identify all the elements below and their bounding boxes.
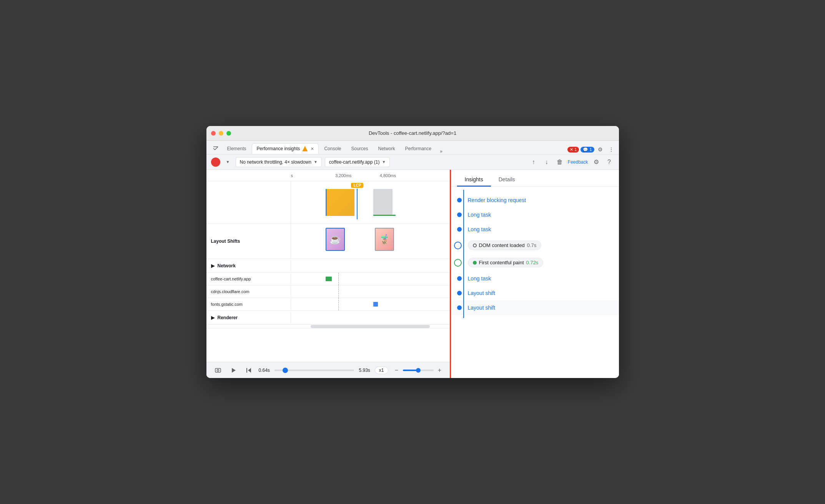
tab-performance-insights[interactable]: Performance insights × [252,143,319,154]
network-throttle-dropdown[interactable]: No network throttling, 4× slowdown ▼ [236,157,322,167]
minimize-button[interactable] [219,131,223,136]
insight-render-blocking[interactable]: Render blocking request [451,193,619,207]
tab-close-icon[interactable]: × [311,146,314,152]
network-label: ▶ Network [206,260,291,272]
zoom-out-icon[interactable]: − [393,366,401,374]
nav-icon[interactable] [210,143,222,154]
url-dropdown[interactable]: coffee-cart.netlify.app (1) ▼ [325,157,390,167]
scrubber-track[interactable] [274,370,354,371]
devtools-window: DevTools - coffee-cart.netlify.app/?ad=1… [206,126,619,378]
settings-icon[interactable]: ⚙ [591,157,601,167]
tab-elements[interactable]: Elements [223,143,251,154]
insight-layout-shift-2[interactable]: Layout shift [451,300,619,315]
layout-shift-link-1[interactable]: Layout shift [468,290,496,296]
end-time: 5.93s [359,368,370,373]
dropdown-arrow-icon[interactable]: ▼ [223,158,233,167]
insight-dom-content[interactable]: DOM content loaded 0.7s [451,237,619,254]
tab-performance[interactable]: Performance [401,143,436,154]
insight-long-task-1[interactable]: Long task [451,207,619,222]
net-bar-gstatic [373,302,378,307]
tab-console[interactable]: Console [319,143,346,154]
dom-loaded-badge: DOM content loaded 0.7s [468,240,542,250]
dom-time: 0.7s [527,242,537,248]
close-button[interactable] [211,131,216,136]
zoom-slider-thumb[interactable] [416,368,421,373]
upload-icon[interactable]: ↑ [529,157,539,167]
insight-fcp[interactable]: First contentful paint 0.72s [451,254,619,271]
message-badge: 💬1 [580,147,594,153]
window-controls [211,131,231,136]
tab-sources[interactable]: Sources [346,143,373,154]
lcp-gray-rect [373,189,393,216]
render-blocking-link[interactable]: Render blocking request [468,197,526,203]
svg-marker-2 [232,368,236,373]
toolbar: ▼ No network throttling, 4× slowdown ▼ c… [206,154,619,170]
insight-layout-shift-1[interactable]: Layout shift [451,286,619,300]
layout-shift-link-2[interactable]: Layout shift [468,305,496,311]
renderer-expand-icon[interactable]: ▶ [211,315,215,320]
timeline-vertical-line [463,190,464,318]
network-item-label-gstatic: fonts.gstatic.com [206,299,291,310]
insight-dot-4 [457,276,462,281]
window-title: DevTools - coffee-cart.netlify.app/?ad=1 [369,130,456,136]
panel-tabs: Insights Details [451,170,619,187]
dashed-line-3 [338,298,339,310]
insight-dot-fcp [454,259,462,267]
skip-back-icon[interactable] [243,365,254,376]
scrubber-thumb[interactable] [283,368,288,373]
layout-shift-thumb-2[interactable]: 🧋 [375,228,394,251]
insight-long-task-3[interactable]: Long task [451,271,619,286]
network-item-label-cloudflare: cdnjs.cloudflare.com [206,286,291,297]
insight-dot-3 [457,227,462,232]
horizontal-scrollbar[interactable] [311,325,430,328]
timeline-header: s 3,200ms 4,800ms [206,170,450,181]
tab-network[interactable]: Network [374,143,400,154]
layout-shifts-row: Layout Shifts ☕ 🧋 [206,224,450,259]
network-item-content-coffee [291,273,450,285]
more-options-icon[interactable]: ⋮ [607,145,616,154]
insight-long-task-2[interactable]: Long task [451,222,619,237]
dropdown-chevron-icon: ▼ [314,160,318,164]
error-badge: ✕1 [567,147,579,153]
dashed-line-2 [338,285,339,298]
tab-details[interactable]: Details [491,173,523,187]
zoom-in-icon[interactable]: + [436,366,444,374]
speed-control[interactable]: x1 [375,366,388,374]
feedback-link[interactable]: Feedback [568,159,588,165]
tab-insights[interactable]: Insights [457,173,491,187]
long-task-link-2[interactable]: Long task [468,226,491,232]
delete-icon[interactable]: 🗑 [555,157,565,167]
fcp-badge: First contentful paint 0.72s [468,258,544,267]
screenshot-icon[interactable] [213,365,223,376]
download-icon[interactable]: ↓ [542,157,552,167]
zoom-slider[interactable] [403,370,434,371]
main-content: s 3,200ms 4,800ms [206,170,619,378]
time-marker-3200: 3,200ms [335,173,351,178]
dom-circle-icon [473,244,477,247]
insight-content-6: Layout shift [468,304,613,311]
insight-content-dom: DOM content loaded 0.7s [468,240,613,250]
network-item-coffee: coffee-cart.netlify.app [206,273,450,285]
help-icon[interactable]: ? [604,157,614,167]
more-tabs-button[interactable]: » [437,149,446,154]
play-icon[interactable] [228,365,239,376]
insight-content-3: Long task [468,226,613,233]
insights-list: Render blocking request Long task [451,190,619,318]
layout-shift-thumb-1[interactable]: ☕ [326,228,345,251]
maximize-button[interactable] [226,131,231,136]
network-expand-icon[interactable]: ▶ [211,263,215,269]
bottom-bar: 0.64s 5.93s x1 − + [206,362,450,378]
time-marker-s: s [291,173,293,178]
url-dropdown-chevron-icon: ▼ [382,160,386,164]
long-task-link-1[interactable]: Long task [468,212,491,218]
renderer-label: ▶ Renderer [206,312,291,323]
lcp-row-label [206,181,291,224]
network-item-cloudflare: cdnjs.cloudflare.com [206,285,450,298]
lcp-row: LCP [206,181,450,224]
renderer-row: ▶ Renderer [206,311,450,325]
lcp-row-content: LCP [291,181,450,224]
tabbar: Elements Performance insights × Console … [206,141,619,154]
settings-icon[interactable]: ⚙ [596,145,605,154]
long-task-link-3[interactable]: Long task [468,275,491,282]
record-button[interactable] [211,158,220,167]
